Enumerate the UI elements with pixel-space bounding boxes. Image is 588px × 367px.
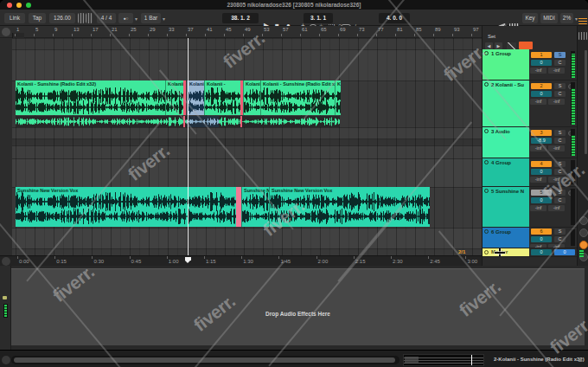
io-section-toggle-icon[interactable] [578,16,587,24]
send-b-field[interactable]: -inf [548,205,565,211]
master-track-label[interactable]: Master [483,248,529,256]
beat-time-ruler[interactable]: 1591317212529333741454953576165697377818… [0,26,482,38]
track-header[interactable]: 5 Sunshine N5S0C-inf-inf [483,187,577,228]
back-to-arrangement-button[interactable] [2,28,10,36]
quantize-menu[interactable]: 1 Bar [141,13,161,23]
time-ruler-menu-button[interactable] [2,257,10,266]
sidebar-scroll-strip[interactable] [577,26,588,266]
volume-field[interactable]: 0 [531,169,552,175]
pan-field[interactable]: C [554,236,566,242]
audio-clip[interactable]: Kolanii [165,80,183,115]
cpu-meter[interactable]: 2% [560,13,573,23]
warp-marker[interactable] [183,80,186,115]
send-a-field[interactable]: -inf [530,145,546,151]
track-header[interactable]: 2 Kolanii - Su2S0C-inf-inf [483,80,577,127]
pan-field[interactable]: C [554,138,566,144]
crossfade-icon[interactable] [507,42,516,49]
cpu-dropdown-icon[interactable]: ▾ [575,16,578,22]
audio-clip[interactable]: Kolanii - Sunshine (Radio Edit x32) [260,80,335,115]
optimize-view-button[interactable] [579,241,588,249]
scroll-left-button[interactable] [2,356,10,364]
link-button[interactable]: Link [4,13,25,23]
track-activator[interactable]: 3 [531,130,552,136]
send-b-field[interactable]: -inf [548,68,565,74]
track-activator[interactable]: 1 [531,52,552,58]
key-map-button[interactable]: Key [522,13,538,23]
volume-field[interactable]: 0 [531,60,552,66]
warp-marker[interactable] [236,187,241,227]
audio-clip[interactable]: Sunshine Ne [241,187,269,227]
prev-marker-button[interactable]: ◀ [485,42,493,49]
track-header[interactable]: 6 Group6S0C-inf-inf [483,228,577,248]
pan-field[interactable]: C [554,91,566,97]
solo-button[interactable]: S [554,52,566,58]
zoom-in-button[interactable] [579,229,588,237]
tap-tempo-button[interactable]: Tap [29,13,46,23]
send-b-field[interactable]: -inf [548,177,565,183]
arrangement-overview[interactable] [403,354,484,366]
metronome-toggle[interactable]: ●○ [118,13,133,23]
time-signature-field[interactable]: 4 / 4 [97,13,116,23]
audio-clip[interactable]: Sunshine New Version Vox [16,187,236,227]
track-fold-icon[interactable] [484,229,489,234]
track-fold-icon[interactable] [484,82,489,87]
mixer-section-toggle-icon[interactable] [578,32,587,40]
pan-field[interactable]: C [554,169,566,175]
pan-field[interactable]: C [554,197,566,203]
send-a-field[interactable]: -inf [530,68,546,74]
master-pan-field[interactable]: 0 [554,249,575,255]
next-marker-button[interactable]: ▶ [495,42,502,49]
track-header[interactable]: 1 Group1S0C-inf-inf [483,49,577,80]
time-ruler[interactable]: 0:000:150:300:451:001:151:301:452:002:15… [0,255,482,266]
tempo-field[interactable]: 126.00 [49,13,75,23]
audio-clip[interactable]: Kolanii [187,80,204,115]
solo-button[interactable]: S [554,190,566,196]
device-drop-zone[interactable]: Drop Audio Effects Here [11,268,585,345]
vertical-scrollbar[interactable] [585,50,587,154]
horizontal-scrollbar[interactable] [11,356,399,364]
horizontal-scrollbar-thumb[interactable] [14,357,395,363]
track-fold-icon[interactable] [484,129,489,133]
track-color-label[interactable]: 5 Sunshine N [483,187,529,227]
track-fold-icon[interactable] [484,189,489,193]
volume-field[interactable]: 0 [531,91,552,97]
arrangement-record-button[interactable] [519,42,533,49]
audio-clip[interactable]: Kolanii - Sunshine (Radio Edit x32) [16,80,165,115]
track-fold-icon[interactable] [484,160,489,164]
volume-field[interactable]: 0 [531,236,552,242]
track-color-label[interactable]: 1 Group [483,49,529,80]
track-header[interactable]: 3 Audio3S-8.9C-inf-inf [483,127,577,158]
send-a-field[interactable]: -inf [530,205,546,211]
send-a-field[interactable]: -inf [530,177,546,183]
loop-length-display[interactable]: 4. 0. 0 [379,13,410,23]
track-color-label[interactable]: 4 Group [483,158,529,186]
midi-map-button[interactable]: MIDI [540,13,558,23]
track-fold-icon[interactable] [484,51,489,55]
warp-marker[interactable] [183,116,185,127]
audio-clip[interactable]: Sunshine New Version Vox [269,187,430,227]
audio-clip[interactable]: Kolanii [243,80,260,115]
warp-marker[interactable] [240,80,243,115]
send-b-field[interactable]: -inf [548,145,565,151]
solo-button[interactable]: S [554,83,566,89]
metronome-dropdown-icon[interactable]: ▾ [135,16,137,22]
track-activator[interactable]: 6 [531,229,552,235]
arrangement-position-display[interactable]: 38. 1. 2 [222,13,259,23]
volume-field[interactable]: 0 [531,197,552,203]
track-header[interactable]: 4 Group4S0C-inf-inf [483,158,577,187]
audio-clip[interactable]: K [335,80,341,115]
quantize-dropdown-icon[interactable]: ▾ [163,16,165,22]
track-color-label[interactable]: 3 Audio [483,127,529,158]
solo-button[interactable]: S [554,130,566,136]
arrangement-grid[interactable]: Kolanii - Sunshine (Radio Edit x32)Kolan… [0,38,482,255]
sub-lane-selection[interactable] [187,116,219,127]
track-activator[interactable]: 5 [531,190,552,196]
volume-field[interactable]: -8.9 [531,138,552,144]
sub-lane-waveform[interactable] [16,116,340,127]
pan-field[interactable]: C [554,60,566,66]
resize-corner-icon[interactable]: ▲ [577,356,584,364]
track-color-label[interactable]: 6 Group [483,228,529,248]
send-a-field[interactable]: -inf [530,99,546,105]
warp-marker[interactable] [240,116,242,127]
track-fold-icon[interactable] [484,250,489,254]
